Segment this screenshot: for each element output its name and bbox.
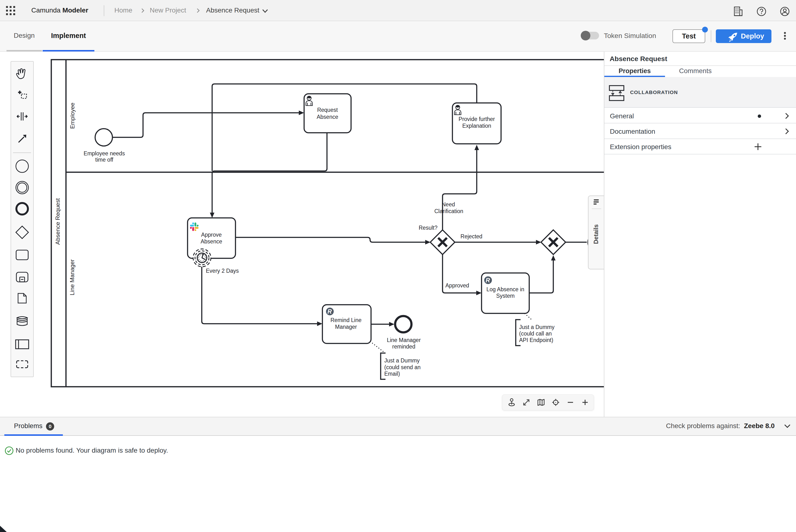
svg-text:Provide further: Provide further (459, 116, 495, 122)
svg-text:API Endpoint): API Endpoint) (519, 337, 553, 343)
svg-text:Explanation: Explanation (462, 123, 491, 129)
svg-text:Request: Request (317, 107, 338, 113)
svg-text:Absence: Absence (201, 238, 222, 245)
svg-text:Need: Need (442, 201, 455, 208)
svg-text:Every 2 Days: Every 2 Days (206, 268, 239, 274)
svg-text:Rejected: Rejected (460, 233, 483, 240)
svg-text:Result?: Result? (419, 225, 437, 231)
svg-text:Line Manager: Line Manager (387, 337, 421, 343)
svg-text:R: R (486, 277, 490, 284)
svg-text:Just a Dummy: Just a Dummy (519, 324, 555, 330)
svg-text:(could call an: (could call an (519, 330, 552, 337)
svg-text:Log Absence in: Log Absence in (486, 286, 524, 292)
svg-text:time off: time off (95, 156, 114, 163)
svg-text:Email): Email) (384, 370, 400, 377)
svg-text:Line Manager: Line Manager (69, 259, 75, 295)
svg-text:Just a Dummy: Just a Dummy (384, 357, 420, 364)
svg-text:Employee: Employee (69, 103, 76, 129)
svg-text:Approve: Approve (201, 232, 222, 238)
svg-text:Clarification: Clarification (434, 208, 463, 214)
svg-text:reminded: reminded (392, 343, 415, 350)
svg-text:Approved: Approved (446, 282, 469, 289)
svg-text:Absence Request: Absence Request (54, 198, 61, 245)
svg-text:R: R (327, 308, 332, 315)
svg-text:Manager: Manager (335, 324, 357, 330)
svg-text:Absence: Absence (316, 114, 338, 120)
svg-text:System: System (496, 293, 515, 299)
svg-text:(could send an: (could send an (384, 364, 421, 370)
svg-text:Employee needs: Employee needs (84, 150, 125, 156)
svg-text:Remind Line: Remind Line (330, 317, 361, 323)
